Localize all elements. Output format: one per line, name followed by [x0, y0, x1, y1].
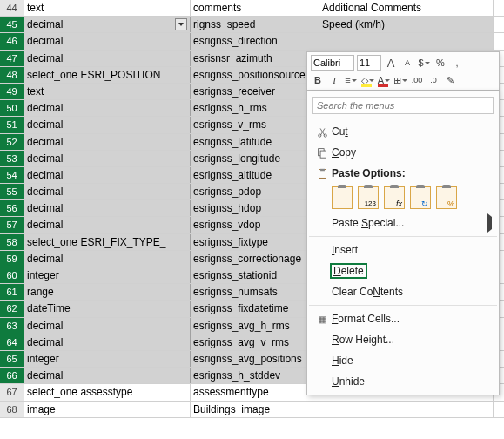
- row-header[interactable]: 58: [0, 234, 24, 250]
- row-header[interactable]: 61: [0, 284, 24, 300]
- italic-icon[interactable]: I: [327, 73, 341, 87]
- cell-type[interactable]: text: [24, 84, 191, 99]
- cell-type[interactable]: select_one assesstype: [24, 384, 191, 400]
- row-header[interactable]: 66: [0, 368, 24, 383]
- menu-row-height[interactable]: Row Height...: [307, 329, 499, 350]
- cell-name[interactable]: esrignss_fixtype: [191, 234, 319, 250]
- table-row[interactable]: 44textcommentsAdditional Comments: [0, 0, 504, 17]
- font-size-input[interactable]: [357, 55, 381, 71]
- cell-name[interactable]: esrignss_positionsourcet: [191, 67, 319, 83]
- menu-paste-special[interactable]: Paste Special...: [307, 213, 499, 233]
- cell-type[interactable]: decimal: [24, 33, 191, 49]
- cell-name[interactable]: comments: [191, 0, 319, 16]
- fill-color-icon[interactable]: ◇: [360, 73, 374, 87]
- row-header[interactable]: 47: [0, 51, 24, 66]
- cell-name[interactable]: esrignss_receiver: [191, 84, 319, 99]
- increase-decimal-icon[interactable]: .00: [410, 73, 424, 87]
- row-header[interactable]: 67: [0, 384, 24, 400]
- cell-type[interactable]: decimal: [24, 100, 191, 116]
- cell-type[interactable]: decimal: [24, 51, 191, 66]
- percent-icon[interactable]: %: [433, 56, 447, 70]
- row-header[interactable]: 62: [0, 301, 24, 316]
- format-painter-icon[interactable]: ✎: [443, 73, 457, 87]
- cell-name[interactable]: esrignss_direction: [191, 33, 319, 49]
- decrease-decimal-icon[interactable]: .0: [427, 73, 440, 87]
- comma-style-icon[interactable]: ,: [450, 56, 464, 70]
- row-header[interactable]: 54: [0, 167, 24, 183]
- row-header[interactable]: 55: [0, 184, 24, 199]
- table-row[interactable]: 68imageBuildings_image: [0, 402, 504, 418]
- cell-name[interactable]: esrignss_latitude: [191, 134, 319, 150]
- decrease-font-icon[interactable]: A: [400, 56, 414, 70]
- paste-option-formatting-icon[interactable]: %: [436, 186, 457, 209]
- menu-hide[interactable]: Hide: [307, 350, 499, 371]
- cell-name[interactable]: esrignss_longitude: [191, 151, 319, 166]
- cell-name[interactable]: esrignss_avg_h_rms: [191, 318, 319, 334]
- cell-type[interactable]: decimal: [24, 117, 191, 132]
- cell-type[interactable]: dateTime: [24, 301, 191, 316]
- row-header[interactable]: 63: [0, 318, 24, 334]
- cell-name[interactable]: esrignss_v_rms: [191, 117, 319, 132]
- cell-label[interactable]: [319, 402, 494, 417]
- cell-type[interactable]: text: [24, 0, 191, 16]
- font-family-input[interactable]: [311, 55, 354, 71]
- align-icon[interactable]: ≡: [344, 73, 358, 87]
- bold-icon[interactable]: B: [311, 73, 325, 87]
- cell-name[interactable]: rignss_speed: [191, 17, 319, 32]
- cell-type[interactable]: image: [24, 402, 191, 417]
- borders-icon[interactable]: ⊞: [393, 73, 407, 87]
- font-color-icon[interactable]: A: [377, 73, 391, 87]
- cell-type[interactable]: decimal: [24, 151, 191, 166]
- menu-cut[interactable]: Cut: [307, 121, 499, 142]
- cell-name[interactable]: esrignss_vdop: [191, 217, 319, 233]
- cell-type[interactable]: integer: [24, 351, 191, 367]
- cell-name[interactable]: esrignss_h_rms: [191, 100, 319, 116]
- cell-label[interactable]: Additional Comments: [319, 0, 494, 16]
- cell-type[interactable]: decimal: [24, 368, 191, 383]
- cell-type[interactable]: decimal: [24, 200, 191, 216]
- cell-type[interactable]: decimal: [24, 251, 191, 267]
- row-header[interactable]: 60: [0, 267, 24, 283]
- cell-type[interactable]: decimal: [24, 318, 191, 334]
- cell-name[interactable]: esrignss_avg_positions: [191, 351, 319, 367]
- cell-name[interactable]: esrignss_correctionage: [191, 251, 319, 267]
- menu-clear-contents[interactable]: Clear CoNtents: [307, 281, 499, 302]
- row-header[interactable]: 64: [0, 334, 24, 350]
- row-header[interactable]: 65: [0, 351, 24, 367]
- row-header[interactable]: 56: [0, 200, 24, 216]
- cell-type[interactable]: decimal: [24, 184, 191, 199]
- row-header[interactable]: 59: [0, 251, 24, 267]
- menu-format-cells[interactable]: ▦ Format Cells...: [307, 308, 499, 329]
- cell-name[interactable]: esrignss_fixdatetime: [191, 301, 319, 316]
- cell-type[interactable]: integer: [24, 267, 191, 283]
- table-row[interactable]: 45decimalrignss_speedSpeed (km/h): [0, 17, 504, 33]
- cell-name[interactable]: esrisnsr_azimuth: [191, 51, 319, 66]
- row-header[interactable]: 48: [0, 67, 24, 83]
- cell-label[interactable]: [319, 33, 494, 49]
- cell-name[interactable]: esrignss_altitude: [191, 167, 319, 183]
- row-header[interactable]: 57: [0, 217, 24, 233]
- cell-type[interactable]: decimal: [24, 134, 191, 150]
- menu-unhide[interactable]: Unhide: [307, 371, 499, 392]
- cell-name[interactable]: esrignss_h_stddev: [191, 368, 319, 383]
- currency-icon[interactable]: $: [417, 56, 431, 70]
- paste-option-formulas-icon[interactable]: fx: [384, 186, 405, 209]
- paste-option-values-icon[interactable]: 123: [358, 186, 379, 209]
- cell-name[interactable]: esrignss_pdop: [191, 184, 319, 199]
- cell-type[interactable]: decimal: [24, 334, 191, 350]
- row-header[interactable]: 50: [0, 100, 24, 116]
- row-header[interactable]: 52: [0, 134, 24, 150]
- cell-type[interactable]: range: [24, 284, 191, 300]
- filter-dropdown-icon[interactable]: [175, 18, 187, 30]
- cell-name[interactable]: esrignss_numsats: [191, 284, 319, 300]
- row-header[interactable]: 44: [0, 0, 24, 16]
- cell-type[interactable]: decimal: [24, 167, 191, 183]
- cell-name[interactable]: esrignss_stationid: [191, 267, 319, 283]
- row-header[interactable]: 49: [0, 84, 24, 99]
- row-header[interactable]: 53: [0, 151, 24, 166]
- menu-insert[interactable]: Insert: [307, 240, 499, 260]
- row-header[interactable]: 68: [0, 402, 24, 417]
- cell-name[interactable]: Buildings_image: [191, 402, 319, 417]
- row-header[interactable]: 46: [0, 33, 24, 49]
- menu-delete[interactable]: Delete: [307, 260, 499, 281]
